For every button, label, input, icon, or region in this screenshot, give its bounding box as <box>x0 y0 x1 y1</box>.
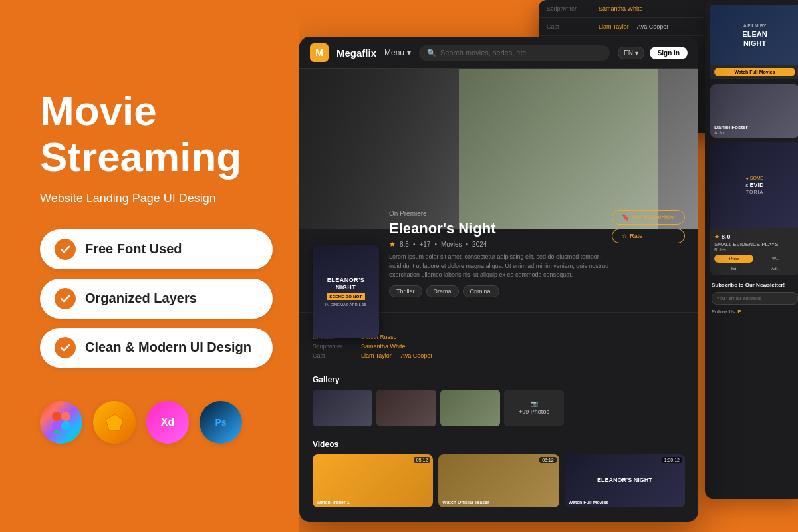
video-grid: 05:12 Watch Trailer 1 06:12 Watch Offici… <box>313 454 685 507</box>
title-line2: Streaming <box>40 134 241 180</box>
video-thumb-1[interactable]: 05:12 Watch Trailer 1 <box>313 454 433 507</box>
genre-tags: Thriller Drama Criminal <box>389 285 685 297</box>
gallery-title: Gallery <box>313 375 685 384</box>
badge-free-font-label: Free Font Used <box>85 241 182 257</box>
badge-clean-design: Clean & Modern UI Design <box>40 328 273 368</box>
logo-text: Megaflix <box>336 47 376 59</box>
main-mockup: M Megaflix Menu ▾ 🔍 Search movies, serie… <box>299 37 698 522</box>
votes-value: +17 <box>419 241 430 248</box>
sketch-icon <box>93 401 136 444</box>
gallery-section: Gallery 📷 +99 Photos <box>299 368 698 433</box>
video-thumb-3[interactable]: 1:30:12 ELEANOR'S NIGHT Watch Full Movie… <box>565 454 685 507</box>
side-evidence-card: ● SOME S EVID TORIA ★ 8.0 SMALL EVIDENCE… <box>710 142 798 275</box>
right-area: Scriptwriter Samantha White Cast Liam Ta… <box>299 0 798 532</box>
side-rating-value: 8.0 <box>722 233 730 240</box>
subtitle: Website Landing Page UI Design <box>40 192 273 205</box>
cast-row: Cast Liam Taylor Ava Cooper <box>313 352 685 359</box>
genre-drama[interactable]: Drama <box>426 285 459 297</box>
logo-box: M <box>310 43 329 62</box>
language-button[interactable]: EN ▾ <box>618 47 644 59</box>
gallery-more-label: +99 Photos <box>519 408 549 415</box>
video3-title: ELEANOR'S NIGHT <box>597 477 652 484</box>
cast-crew-section: Cast & Crew See More › <box>299 514 698 523</box>
rate-button[interactable]: ☆ Rate <box>612 229 685 243</box>
bg-cast-row: Cast Liam Taylor Ava Cooper <box>539 18 725 36</box>
ps-icon: Ps <box>200 401 242 444</box>
watchlist-button[interactable]: 🔖 Add to Watchlist <box>612 210 685 225</box>
side-watch-btn[interactable]: Watch Full Movies <box>714 68 795 76</box>
title-line1: Movie <box>40 88 157 134</box>
badge-free-font: Free Font Used <box>40 229 273 269</box>
logo-letter: M <box>315 47 323 58</box>
newsletter-section: Subscribe to Our Newsletter! Follow Us F <box>710 279 798 317</box>
lang-text: EN <box>624 49 633 57</box>
checkmark-icon-2 <box>55 288 76 309</box>
genre-thriller[interactable]: Thriller <box>389 285 422 297</box>
left-panel: Movie Streaming Website Landing Page UI … <box>0 0 313 532</box>
main-title: Movie Streaming <box>40 88 273 179</box>
watchlist-label: Add to Watchlist <box>632 214 675 221</box>
search-icon: 🔍 <box>427 49 436 57</box>
video1-duration: 05:12 <box>414 457 431 463</box>
videos-section: Videos 05:12 Watch Trailer 1 06:12 Watch… <box>299 433 698 514</box>
side-add-btn[interactable]: Ad... <box>756 265 795 273</box>
chevron-down-icon: ▾ <box>635 49 638 57</box>
gallery-thumb-1[interactable] <box>313 390 372 426</box>
scriptwriter-value[interactable]: Samantha White <box>361 343 406 350</box>
star-icon: ★ <box>389 240 396 249</box>
xd-icon: Xd <box>146 401 189 444</box>
rating-value: 8.5 <box>400 241 409 248</box>
badge-clean-design-label: Clean & Modern UI Design <box>85 340 251 355</box>
actor-role: Actor <box>714 130 795 135</box>
bg-cast-value2: Ava Cooper <box>637 23 668 30</box>
video3-duration: 1:30:12 <box>662 457 682 463</box>
newsletter-email-input[interactable] <box>712 292 798 305</box>
figma-icon <box>40 401 82 444</box>
svg-point-5 <box>61 421 70 430</box>
cast-header: Cast & Crew See More › <box>313 521 685 523</box>
scriptwriter-label: Scriptwriter <box>313 343 356 350</box>
cast-value2[interactable]: Ava Cooper <box>401 352 432 359</box>
bg-scriptwriter-label: Scriptwriter <box>547 5 593 12</box>
bookmark-icon: 🔖 <box>622 214 629 221</box>
action-buttons: 🔖 Add to Watchlist ☆ Rate <box>612 210 685 243</box>
movie-year: 2024 <box>472 241 487 248</box>
side-movie-subtitle: Roles <box>714 247 795 252</box>
bg-cast-label: Cast <box>547 23 593 30</box>
svg-rect-2 <box>52 421 61 430</box>
nav-menu[interactable]: Menu ▾ <box>384 48 411 57</box>
side-actor-card: Daniel Foster Actor <box>710 84 798 138</box>
side-list-btn[interactable]: list <box>714 265 753 273</box>
gallery-grid: 📷 +99 Photos <box>313 390 685 426</box>
genre-criminal[interactable]: Criminal <box>463 285 499 297</box>
nav-right: EN ▾ Sign In <box>618 47 688 59</box>
cast-label: Cast <box>313 352 356 359</box>
checkmark-icon <box>55 239 76 260</box>
bg-scriptwriter-value: Samantha White <box>598 5 643 12</box>
side-now-btn[interactable]: t Now <box>714 255 753 263</box>
photo-icon: 📷 <box>531 400 538 407</box>
chevron-down-icon: ▾ <box>407 48 411 57</box>
gallery-thumb-2[interactable] <box>376 390 436 426</box>
search-placeholder: Search movies, series, etc... <box>440 49 532 57</box>
video-thumb-2[interactable]: 06:12 Watch Official Teaser <box>438 454 559 507</box>
side-watch-btn2[interactable]: W... <box>756 255 795 263</box>
svg-rect-4 <box>52 430 61 433</box>
gallery-thumb-3[interactable] <box>440 390 500 426</box>
rate-label: Rate <box>630 233 642 239</box>
videos-title: Videos <box>313 440 685 449</box>
follow-facebook-icon[interactable]: F <box>737 309 741 315</box>
gallery-thumb-more[interactable]: 📷 +99 Photos <box>504 390 564 426</box>
cast-value1[interactable]: Liam Taylor <box>361 352 392 359</box>
follow-us-label: Follow Us <box>712 309 735 315</box>
badge-organized-layers-label: Organized Layers <box>85 291 197 306</box>
checkmark-icon-3 <box>55 337 76 358</box>
video2-duration: 06:12 <box>539 457 557 463</box>
menu-label: Menu <box>384 48 404 57</box>
star-rate-icon: ☆ <box>622 233 627 239</box>
search-bar[interactable]: 🔍 Search movies, series, etc... <box>419 45 610 61</box>
newsletter-label: Subscribe to Our Newsletter! <box>712 282 798 288</box>
movie-description: Lorem ipsum dolor sit amet, consectetur … <box>389 253 615 280</box>
badge-organized-layers: Organized Layers <box>40 279 273 319</box>
signin-button[interactable]: Sign In <box>650 47 688 59</box>
